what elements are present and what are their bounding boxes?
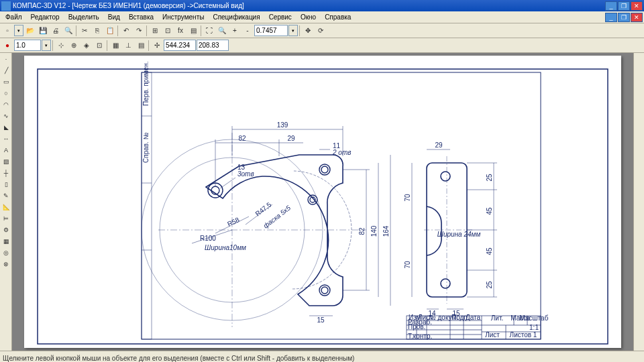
svg-text:29: 29 (287, 135, 295, 142)
title-bar: КОМПАС-3D V12 - [Чертеж БЕЗ ИМЕНИ1 (демо… (0, 0, 644, 11)
svg-text:29: 29 (435, 141, 443, 149)
snap-a-button[interactable]: ⊹ (55, 40, 67, 52)
sel-tool[interactable]: ▯ (1, 179, 11, 190)
spline-tool[interactable]: ∿ (1, 111, 11, 121)
preview-button[interactable]: 🔍 (62, 25, 74, 37)
drawing-sheet: Перв. примен. Справ. № (24, 56, 621, 348)
svg-text:70: 70 (404, 261, 411, 269)
menu-tools[interactable]: Инструменты (158, 12, 208, 22)
coord-y-input[interactable] (197, 40, 229, 51)
svg-text:164: 164 (382, 225, 390, 237)
arc-tool[interactable]: ◠ (1, 99, 11, 110)
chamfer-tool[interactable]: ◣ (1, 122, 11, 133)
svg-point-21 (441, 172, 450, 181)
zoom-dropdown[interactable]: ▾ (288, 25, 298, 36)
minimize-button[interactable]: _ (605, 1, 617, 11)
measure-tool[interactable]: 📐 (1, 202, 11, 213)
new-button[interactable]: ▫ (1, 25, 13, 37)
svg-text:Ширина10мм: Ширина10мм (205, 244, 246, 251)
svg-text:25: 25 (486, 174, 493, 182)
pan-button[interactable]: ✥ (302, 25, 314, 37)
svg-text:Ширина 24мм: Ширина 24мм (437, 231, 481, 238)
svg-text:Лит.: Лит. (491, 314, 503, 322)
cut-button[interactable]: ✂ (78, 25, 91, 37)
drawing-canvas[interactable]: Перв. примен. Справ. № (12, 53, 644, 351)
toolbar-main: ▫ ▾ 📂 💾 🖨 🔍 ✂ ⎘ 📋 ↶ ↷ ⊞ ⊡ fx ▤ ⛶ 🔍 + - ▾… (0, 23, 644, 38)
menu-spec[interactable]: Спецификация (209, 12, 264, 22)
menu-service[interactable]: Сервис (265, 12, 296, 22)
snap-c-button[interactable]: ◈ (80, 40, 93, 52)
line-tool[interactable]: ╱ (1, 65, 11, 76)
close-button[interactable]: ✕ (631, 1, 643, 11)
new-dropdown[interactable]: ▾ (14, 25, 23, 36)
tool-d-button[interactable]: ▤ (187, 25, 199, 37)
scale-input[interactable] (14, 40, 41, 51)
param-tool[interactable]: ⚙ (1, 225, 11, 235)
coord-x-input[interactable] (164, 40, 196, 51)
paste-button[interactable]: 📋 (104, 25, 116, 37)
mdi-minimize-button[interactable]: _ (605, 13, 617, 22)
rect-tool[interactable]: ▭ (1, 76, 11, 87)
zoom-out-button[interactable]: - (241, 25, 254, 37)
maximize-button[interactable]: ❐ (618, 1, 630, 11)
redo-button[interactable]: ↷ (133, 25, 145, 37)
menu-file[interactable]: Файл (1, 12, 26, 22)
window-title: КОМПАС-3D V12 - [Чертеж БЕЗ ИМЕНИ1 (демо… (13, 2, 605, 9)
svg-text:82: 82 (238, 135, 246, 142)
copy-button[interactable]: ⎘ (91, 25, 103, 37)
zoom-input[interactable] (254, 25, 288, 36)
edit-tool[interactable]: ✎ (1, 190, 11, 201)
save-button[interactable]: 💾 (37, 25, 49, 37)
vertical-scrollbar[interactable] (633, 53, 644, 351)
snap-d-button[interactable]: ⊡ (93, 40, 105, 52)
menu-view[interactable]: Вид (104, 12, 124, 22)
menu-bar: Файл Редактор Выделить Вид Вставка Инстр… (0, 11, 644, 23)
scale-dropdown[interactable]: ▾ (42, 40, 51, 51)
svg-text:25: 25 (486, 281, 493, 289)
undo-button[interactable]: ↶ (120, 25, 132, 37)
main-area: · ╱ ▭ ○ ◠ ∿ ◣ ↔ A ▨ ┼ ▯ ✎ 📐 ⊨ ⚙ ▦ ◎ ⊗ (0, 53, 644, 351)
menu-editor[interactable]: Редактор (27, 12, 64, 22)
open-button[interactable]: 📂 (24, 25, 36, 37)
svg-text:139: 139 (277, 121, 288, 129)
refresh-button[interactable]: ⟳ (315, 25, 327, 37)
menu-select[interactable]: Выделить (64, 12, 103, 22)
table-tool[interactable]: ▦ (1, 236, 11, 247)
svg-text:R100: R100 (200, 235, 216, 242)
tool-a-button[interactable]: ⊞ (149, 25, 161, 37)
svg-text:15: 15 (317, 316, 325, 324)
print-button[interactable]: 🖨 (50, 25, 62, 37)
tool-b-button[interactable]: ⊡ (162, 25, 174, 37)
svg-text:3отв: 3отв (237, 170, 254, 178)
menu-help[interactable]: Справка (321, 12, 355, 22)
svg-text:R58: R58 (226, 216, 241, 228)
layers-button[interactable]: ▤ (135, 40, 147, 52)
zoom-in-button[interactable]: + (229, 25, 241, 37)
mdi-restore-button[interactable]: ❐ (618, 13, 630, 22)
coord-mode-button[interactable]: ✢ (151, 40, 163, 52)
mdi-close-button[interactable]: ✕ (631, 13, 643, 22)
stop-button[interactable]: ● (1, 40, 13, 52)
misc-tool-b[interactable]: ⊗ (1, 259, 11, 269)
hatch-tool[interactable]: ▨ (1, 156, 11, 167)
zoom-window-button[interactable]: 🔍 (216, 25, 228, 37)
svg-text:Т.контр.: Т.контр. (408, 333, 432, 340)
tool-c-button[interactable]: fx (174, 25, 186, 37)
snap-b-button[interactable]: ⊕ (68, 40, 80, 52)
axis-tool[interactable]: ┼ (1, 168, 11, 178)
dim-tool[interactable]: ↔ (1, 133, 11, 144)
constraint-tool[interactable]: ⊨ (1, 213, 11, 224)
point-tool[interactable]: · (1, 54, 11, 64)
menu-window[interactable]: Окно (297, 12, 320, 22)
circle-tool[interactable]: ○ (1, 88, 11, 99)
svg-text:Перв. примен.: Перв. примен. (142, 62, 150, 106)
svg-text:140: 140 (370, 225, 378, 237)
svg-point-18 (308, 195, 317, 204)
ortho-button[interactable]: ⊥ (122, 40, 134, 52)
misc-tool-a[interactable]: ◎ (1, 247, 11, 258)
svg-rect-2 (142, 72, 152, 339)
grid-button[interactable]: ▦ (109, 40, 121, 52)
menu-insert[interactable]: Вставка (125, 12, 158, 22)
zoom-fit-button[interactable]: ⛶ (203, 25, 215, 37)
text-tool[interactable]: A (1, 145, 11, 156)
